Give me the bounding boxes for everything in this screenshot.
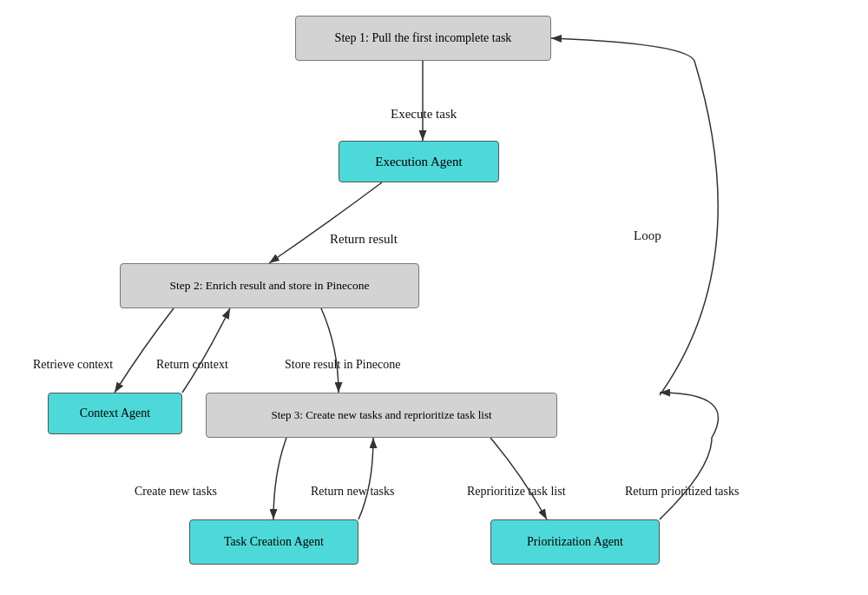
label-retrieve-context: Retrieve context — [33, 358, 113, 372]
prioritization-agent-box: Prioritization Agent — [490, 519, 660, 565]
label-reprioritize: Reprioritize task list — [467, 485, 566, 499]
label-return-prioritized: Return prioritized tasks — [625, 485, 739, 499]
label-store-pinecone: Store result in Pinecone — [285, 358, 400, 372]
label-return-context: Return context — [156, 358, 228, 372]
label-return-new-tasks: Return new tasks — [311, 485, 394, 499]
diagram-container: Step 1: Pull the first incomplete task E… — [0, 0, 868, 595]
step1-box: Step 1: Pull the first incomplete task — [295, 16, 551, 61]
label-loop: Loop — [634, 228, 661, 243]
execution-agent-box: Execution Agent — [339, 141, 499, 182]
label-execute-task: Execute task — [391, 107, 457, 122]
task-creation-agent-box: Task Creation Agent — [189, 519, 358, 565]
context-agent-box: Context Agent — [48, 393, 182, 434]
label-create-tasks: Create new tasks — [135, 485, 217, 499]
step3-box: Step 3: Create new tasks and reprioritiz… — [206, 393, 557, 438]
label-return-result: Return result — [330, 232, 398, 247]
step2-box: Step 2: Enrich result and store in Pinec… — [120, 263, 419, 308]
